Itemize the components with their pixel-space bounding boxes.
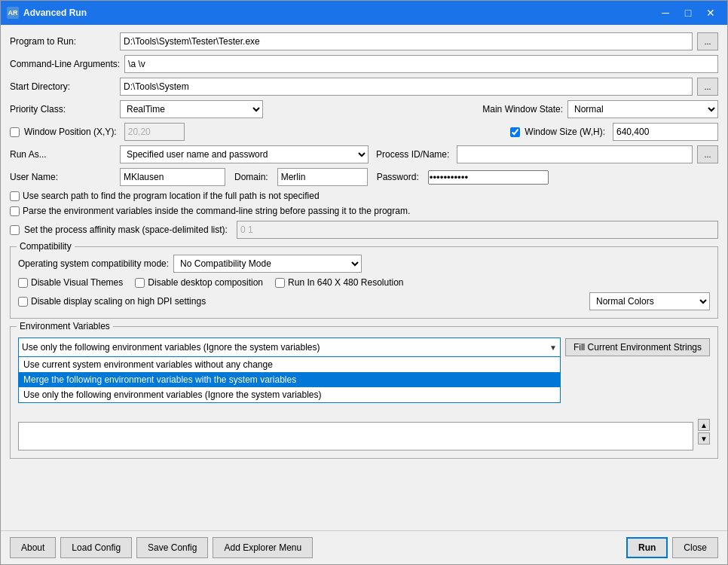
startdir-input[interactable]: D:\Tools\System (120, 78, 693, 96)
runas-select[interactable]: Specified user name and password Current… (120, 145, 369, 163)
env-dropdown-list: Use current system environment variables… (18, 356, 561, 403)
compat-os-select[interactable]: No Compatibility Mode Windows XP (SP3) W… (173, 255, 362, 273)
env-option-1[interactable]: Use current system environment variables… (19, 357, 560, 372)
program-label: Program to Run: (10, 36, 115, 47)
load-config-button[interactable]: Load Config (60, 537, 132, 558)
runas-label: Run As... (10, 149, 115, 160)
runas-processid-row: Run As... Specified user name and passwo… (10, 145, 718, 163)
priority-mainwindow-row: Priority Class: Idle BelowNormal Normal … (10, 100, 718, 118)
window-controls: ─ □ ✕ (655, 4, 721, 22)
title-bar: AR Advanced Run ─ □ ✕ (1, 1, 727, 25)
program-browse-button[interactable]: ... (697, 32, 718, 50)
startdir-row: Start Directory: D:\Tools\System ... (10, 78, 718, 96)
windowpos-label: Window Position (X,Y): (24, 127, 117, 137)
env-dropdown-row: Use only the following environment varia… (18, 337, 710, 357)
normal-colors-select[interactable]: Normal Colors 256 Colors 16 Bit Colors (589, 292, 710, 310)
dpi-colors-row: Disable display scaling on high DPI sett… (18, 292, 710, 310)
cmdline-input[interactable]: \a \v (124, 55, 718, 73)
about-button[interactable]: About (10, 537, 56, 558)
env-list-area: ▲ ▼ (18, 417, 710, 450)
credentials-row: User Name: Domain: Password: (10, 168, 718, 186)
run-640-label: Run In 640 X 480 Resolution (288, 277, 403, 288)
startdir-label: Start Directory: (10, 81, 115, 92)
env-textarea[interactable] (18, 422, 693, 450)
run-640-row: Run In 640 X 480 Resolution (275, 277, 403, 288)
domain-label: Domain: (234, 172, 268, 182)
username-label: User Name: (10, 172, 115, 182)
disable-desktop-comp-label: Disable desktop composition (148, 277, 263, 288)
windowpos-checkbox[interactable] (10, 127, 20, 137)
windowpos-input[interactable] (124, 123, 185, 141)
searchpath-checkbox[interactable] (10, 191, 20, 201)
env-dropdown-header[interactable]: Use only the following environment varia… (19, 338, 560, 356)
disable-dpi-label: Disable display scaling on high DPI sett… (31, 296, 206, 307)
processid-input[interactable] (457, 145, 693, 163)
processid-label: Process ID/Name: (376, 149, 449, 160)
bottom-bar: About Load Config Save Config Add Explor… (1, 530, 727, 564)
cmdline-row: Command-Line Arguments: \a \v (10, 55, 718, 73)
env-group: Environment Variables Use only the follo… (10, 326, 718, 459)
startdir-browse-button[interactable]: ... (697, 78, 718, 96)
searchpath-label: Use search path to find the program loca… (23, 191, 320, 201)
disable-visual-themes-label: Disable Visual Themes (31, 277, 123, 288)
priority-select[interactable]: Idle BelowNormal Normal AboveNormal High… (120, 100, 263, 118)
affinity-label: Set the process affinity mask (space-del… (24, 224, 228, 235)
window-title: Advanced Run (23, 8, 655, 18)
fill-env-button[interactable]: Fill Current Environment Strings (565, 338, 710, 356)
program-row: Program to Run: D:\Tools\System\Tester\T… (10, 32, 718, 50)
compat-group: Compatibility Operating system compatibi… (10, 246, 718, 319)
env-dropdown-container[interactable]: Use only the following environment varia… (18, 337, 561, 357)
windowsize-checkbox[interactable] (510, 127, 520, 137)
env-option-3[interactable]: Use only the following environment varia… (19, 387, 560, 402)
parseenv-label: Parse the environment variables inside t… (23, 206, 410, 216)
program-input[interactable]: D:\Tools\System\Tester\Tester.exe (120, 32, 693, 50)
mainwindow-label: Main Window State: (482, 104, 563, 115)
form-content: Program to Run: D:\Tools\System\Tester\T… (1, 25, 727, 530)
close-window-button[interactable]: ✕ (700, 4, 721, 22)
domain-input[interactable] (277, 168, 368, 186)
searchpath-row: Use search path to find the program loca… (10, 191, 718, 201)
compat-checks: Disable Visual Themes Disable desktop co… (18, 277, 710, 288)
maximize-button[interactable]: □ (678, 4, 699, 22)
disable-desktop-comp-checkbox[interactable] (135, 278, 145, 288)
save-config-button[interactable]: Save Config (136, 537, 208, 558)
compat-os-row: Operating system compatibility mode: No … (18, 255, 710, 273)
scroll-up-button[interactable]: ▲ (698, 419, 710, 431)
add-explorer-button[interactable]: Add Explorer Menu (213, 537, 313, 558)
env-group-title: Environment Variables (17, 321, 113, 331)
env-dropdown-value: Use only the following environment varia… (22, 342, 320, 353)
disable-dpi-row: Disable display scaling on high DPI sett… (18, 296, 585, 307)
minimize-button[interactable]: ─ (655, 4, 676, 22)
processid-browse-button[interactable]: ... (697, 145, 718, 163)
advanced-run-window: AR Advanced Run ─ □ ✕ Program to Run: D:… (0, 0, 728, 565)
run-button[interactable]: Run (626, 537, 668, 558)
windowsize-input[interactable] (613, 123, 718, 141)
disable-visual-themes-checkbox[interactable] (18, 278, 28, 288)
compat-group-title: Compatibility (17, 241, 75, 252)
affinity-input[interactable] (237, 221, 718, 239)
disable-dpi-checkbox[interactable] (18, 297, 28, 307)
close-button[interactable]: Close (672, 537, 718, 558)
env-dropdown-arrow: ▼ (549, 344, 557, 352)
password-label: Password: (377, 172, 419, 182)
app-icon: AR (7, 7, 19, 19)
run-640-checkbox[interactable] (275, 278, 285, 288)
password-input[interactable] (428, 170, 549, 185)
parseenv-row: Parse the environment variables inside t… (10, 206, 718, 216)
disable-desktop-comp-row: Disable desktop composition (135, 277, 263, 288)
windowsize-label: Window Size (W,H): (525, 127, 605, 137)
cmdline-label: Command-Line Arguments: (10, 59, 120, 69)
affinity-checkbox[interactable] (10, 225, 20, 235)
env-option-2[interactable]: Merge the following environment variable… (19, 372, 560, 387)
priority-label: Priority Class: (10, 104, 115, 115)
winpos-winsize-row: Window Position (X,Y): Window Size (W,H)… (10, 123, 718, 141)
affinity-row: Set the process affinity mask (space-del… (10, 221, 718, 239)
scroll-down-button[interactable]: ▼ (698, 432, 710, 444)
parseenv-checkbox[interactable] (10, 206, 20, 216)
username-input[interactable] (120, 168, 225, 186)
disable-visual-themes-row: Disable Visual Themes (18, 277, 123, 288)
mainwindow-select[interactable]: Normal Minimized Maximized Hidden (567, 100, 718, 118)
compat-os-label: Operating system compatibility mode: (18, 258, 169, 269)
